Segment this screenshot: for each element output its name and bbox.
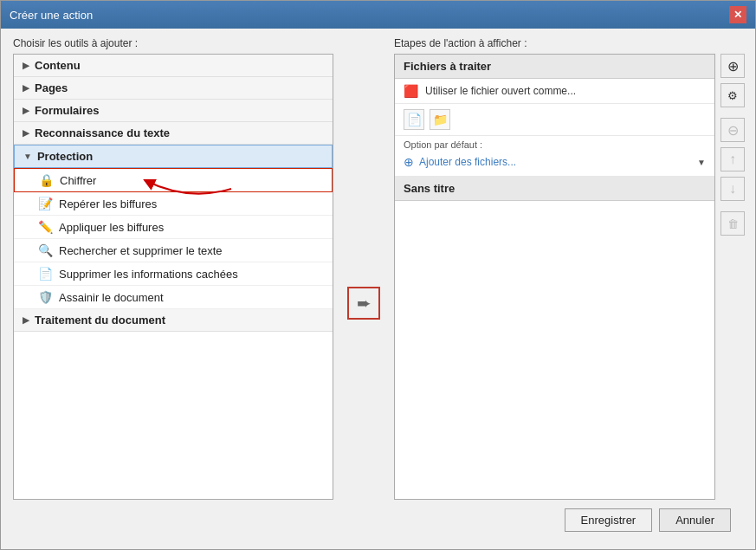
add-step-icon: ⊕ — [727, 58, 739, 74]
right-panel-label: Etapes de l'action à afficher : — [394, 37, 743, 49]
folder-icon: 📁 — [433, 113, 448, 126]
dropdown-arrow-icon[interactable]: ▼ — [697, 158, 706, 167]
folder-button[interactable]: 📁 — [430, 109, 450, 130]
sidebar-item-protection[interactable]: ▼ Protection — [14, 145, 333, 168]
sidebar-item-biffures[interactable]: 📝 Repérer les biffures — [14, 192, 333, 216]
right-panel-with-actions: Fichiers à traiter 🟥 Utiliser le fichier… — [394, 54, 743, 500]
traitement-label: Traitement du document — [35, 314, 165, 327]
pages-arrow: ▶ — [23, 83, 29, 93]
pages-label: Pages — [35, 81, 68, 94]
rechercher-icon: 🔍 — [38, 243, 53, 257]
remove-icon: ⊖ — [727, 122, 739, 139]
save-button[interactable]: Enregistrer — [565, 508, 653, 532]
protection-label: Protection — [37, 150, 93, 163]
biffures-label: Repérer les biffures — [59, 197, 157, 210]
add-step-button[interactable]: ⊕ — [720, 54, 745, 78]
left-panel: Choisir les outils à ajouter : ▶ Contenu… — [13, 37, 333, 500]
use-file-row[interactable]: 🟥 Utiliser le fichier ouvert comme... — [395, 79, 714, 104]
chiffrer-label: Chiffrer — [60, 174, 96, 187]
sidebar-item-chiffrer[interactable]: 🔒 Chiffrer — [14, 168, 333, 192]
formulaires-arrow: ▶ — [23, 106, 29, 115]
remove-button[interactable]: ⊖ — [720, 118, 745, 142]
file-icons-row: 📄 📁 — [395, 104, 714, 136]
settings-button[interactable]: ⚙ — [720, 83, 745, 107]
left-panel-inner[interactable]: ▶ Contenu ▶ Pages ▶ Formulaires — [13, 54, 333, 500]
sidebar-item-pages[interactable]: ▶ Pages — [14, 77, 333, 100]
up-arrow-icon: ↑ — [729, 152, 736, 167]
left-panel-label: Choisir les outils à ajouter : — [13, 37, 333, 49]
right-panel-content-area — [395, 201, 714, 499]
title-bar: Créer une action ✕ — [1, 1, 755, 29]
dialog-title: Créer une action — [10, 9, 93, 22]
trash-icon: 🗑 — [727, 217, 739, 230]
sidebar-item-supprimer[interactable]: 📄 Supprimer les informations cachées — [14, 262, 333, 286]
protection-arrow: ▼ — [23, 152, 32, 161]
sans-titre-header: Sans titre — [395, 177, 714, 201]
sidebar-item-contenu[interactable]: ▶ Contenu — [14, 55, 333, 77]
annotation-arrow — [136, 167, 240, 193]
add-arrow-icon: ➨ — [357, 293, 372, 314]
biffures-icon: 📝 — [38, 197, 53, 210]
blank-file-button[interactable]: 📄 — [404, 109, 424, 130]
option-default-row: Option par défaut : — [395, 136, 714, 152]
files-section-header: Fichiers à traiter — [395, 55, 714, 79]
bottom-bar: Enregistrer Annuler — [13, 500, 743, 540]
formulaires-label: Formulaires — [35, 104, 99, 117]
pdf-file-icon: 🟥 — [404, 84, 418, 98]
contenu-label: Contenu — [35, 59, 81, 72]
use-file-label: Utiliser le fichier ouvert comme... — [425, 85, 706, 97]
move-up-button[interactable]: ↑ — [720, 147, 745, 171]
cancel-button[interactable]: Annuler — [659, 508, 731, 532]
reconnaissance-label: Reconnaissance du texte — [35, 126, 170, 139]
sidebar-item-traitement[interactable]: ▶ Traitement du document — [14, 309, 333, 332]
add-files-icon: ⊕ — [404, 155, 414, 169]
reconnaissance-arrow: ▶ — [23, 128, 29, 138]
dialog-body: Choisir les outils à ajouter : ▶ Contenu… — [1, 29, 755, 549]
right-panel-inner: Fichiers à traiter 🟥 Utiliser le fichier… — [394, 54, 715, 500]
supprimer-icon: 📄 — [38, 267, 53, 281]
dialog: Créer une action ✕ Choisir les outils à … — [0, 0, 756, 550]
add-files-label[interactable]: Ajouter des fichiers... — [419, 156, 697, 168]
main-area: Choisir les outils à ajouter : ▶ Contenu… — [13, 37, 743, 500]
right-actions: ⊕ ⚙ ⊖ ↑ ↓ — [715, 54, 743, 500]
option-default-label: Option par défaut : — [404, 139, 482, 150]
center-panel: ➨ — [342, 37, 385, 500]
contenu-arrow: ▶ — [23, 61, 29, 70]
appliquer-label: Appliquer les biffures — [59, 221, 164, 234]
lock-icon: 🔒 — [39, 173, 54, 187]
sidebar-item-formulaires[interactable]: ▶ Formulaires — [14, 100, 333, 122]
traitement-arrow: ▶ — [23, 315, 29, 325]
add-files-row[interactable]: ⊕ Ajouter des fichiers... ▼ — [395, 152, 714, 177]
right-panel: Etapes de l'action à afficher : Fichiers… — [394, 37, 743, 500]
sidebar-item-reconnaissance[interactable]: ▶ Reconnaissance du texte — [14, 122, 333, 145]
sidebar-item-rechercher[interactable]: 🔍 Rechercher et supprimer le texte — [14, 239, 333, 262]
down-arrow-icon: ↓ — [729, 181, 736, 197]
sidebar-item-appliquer[interactable]: ✏️ Appliquer les biffures — [14, 216, 333, 239]
assainir-label: Assainir le document — [59, 291, 164, 304]
close-button[interactable]: ✕ — [729, 6, 746, 23]
add-to-action-button[interactable]: ➨ — [347, 287, 380, 320]
gear-icon: ⚙ — [727, 89, 738, 102]
assainir-icon: 🛡️ — [38, 290, 53, 304]
move-down-button[interactable]: ↓ — [720, 177, 745, 201]
supprimer-label: Supprimer les informations cachées — [59, 268, 238, 281]
delete-button[interactable]: 🗑 — [720, 211, 745, 236]
rechercher-label: Rechercher et supprimer le texte — [59, 244, 223, 257]
sidebar-item-assainir[interactable]: 🛡️ Assainir le document — [14, 286, 333, 309]
blank-file-icon: 📄 — [407, 113, 422, 126]
appliquer-icon: ✏️ — [38, 220, 53, 234]
